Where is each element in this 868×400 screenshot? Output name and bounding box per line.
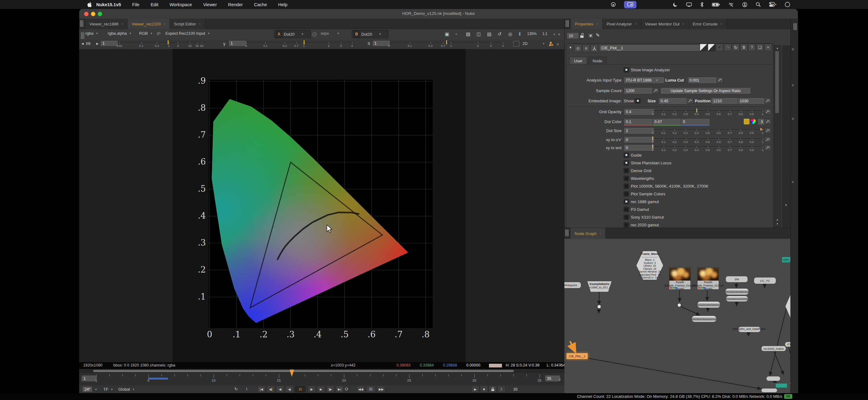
pane-grip[interactable]: [566, 20, 569, 27]
lock-range-button[interactable]: [489, 386, 497, 393]
sticky-note-fragment[interactable]: [785, 292, 790, 321]
step-forward-button-2[interactable]: |▶: [326, 386, 334, 393]
info-bar-caret[interactable]: ▼: [559, 364, 562, 367]
a-buffer-group[interactable]: A Dot20▼: [274, 30, 311, 38]
tab-close-icon[interactable]: ×: [199, 22, 200, 26]
roi-icon[interactable]: ▫: [456, 31, 457, 37]
zoom-dropdown-caret[interactable]: ▼: [553, 33, 556, 36]
play-flipbook-button[interactable]: ▶: [471, 386, 479, 393]
edit-node-names-icon[interactable]: ✎: [596, 32, 600, 38]
tab-close-icon[interactable]: ×: [634, 22, 637, 26]
input-process-toggle[interactable]: IP: [157, 31, 160, 36]
step-back-button-3[interactable]: ◀: [285, 386, 293, 393]
gutter-caret[interactable]: ▼: [784, 203, 787, 207]
clipping-warning-icon[interactable]: ◫: [476, 31, 481, 37]
control-center-icon[interactable]: [769, 2, 776, 7]
screen-mirroring-icon[interactable]: [624, 1, 637, 8]
tab-pixel-analyzer[interactable]: Pixel Analyzer×: [602, 19, 641, 29]
exposure-slider[interactable]: 0.010.10.313103064: [117, 41, 207, 49]
menu-item-edit[interactable]: Edit: [151, 2, 158, 7]
tab-error-console[interactable]: Error Console×: [688, 19, 727, 29]
wipe-center-button[interactable]: [312, 32, 317, 37]
tab-properties[interactable]: Properties×: [571, 19, 602, 29]
step-back-button-0[interactable]: |◀: [257, 386, 266, 393]
menu-item-workspace[interactable]: Workspace: [169, 2, 192, 7]
wipe-mode-dropdown[interactable]: wipe▼: [321, 31, 340, 36]
tab-close-icon[interactable]: ×: [596, 22, 598, 26]
checkbox-sony-x310-gamut[interactable]: [624, 214, 629, 220]
dot-node[interactable]: [677, 303, 681, 307]
selection-box-icon[interactable]: [513, 41, 519, 46]
battery-icon[interactable]: [712, 2, 720, 7]
tab-close-icon[interactable]: ×: [164, 22, 165, 26]
tab-script-editor[interactable]: Script Editor×: [170, 19, 205, 29]
pill-node[interactable]: [761, 388, 777, 393]
user-presence-icon[interactable]: [548, 41, 554, 46]
tf-dropdown[interactable]: TF▼: [103, 387, 113, 392]
step-forward-button-3[interactable]: ▶|: [336, 386, 344, 393]
tab-node-graph[interactable]: Node Graph×: [570, 228, 606, 239]
window-title-bar[interactable]: HDR_Demo_v125.nk [modified] - Nuke: [79, 9, 798, 19]
gutter-chevron-1[interactable]: »: [791, 48, 796, 50]
slider-handle[interactable]: [168, 40, 168, 44]
gutter-chevron-4[interactable]: »: [791, 181, 796, 182]
metal-node-ociocolorspace2[interactable]: OCIOColorSpace2: [697, 301, 720, 308]
view-mode-dropdown[interactable]: 2D▼: [523, 41, 545, 46]
metal-node-ociocolorspace1[interactable]: OCIOColorSpace1: [725, 288, 749, 295]
saturation-slider[interactable]: 00.10.40.71234: [389, 41, 503, 49]
timeline-scrollbar[interactable]: [79, 369, 564, 373]
timeline-ruler[interactable]: 1 1510152025303516 35 »: [79, 373, 564, 385]
siri-icon[interactable]: [784, 2, 790, 7]
step-back-button-1[interactable]: ◀|: [267, 386, 275, 393]
pill-node-d-whitepoint[interactable]: d_Whitepoint: [564, 282, 581, 288]
checkbox-show-planckian-locus[interactable]: ✖: [624, 160, 629, 166]
pane-grip[interactable]: [80, 20, 84, 27]
stop-button[interactable]: ■: [480, 386, 488, 393]
step-forward-button-0[interactable]: ▶: [308, 386, 316, 393]
pill-node-sm[interactable]: SM: [725, 276, 748, 282]
pause-icon[interactable]: ‖: [519, 31, 521, 37]
step-forward-button-1[interactable]: ▶: [317, 386, 325, 393]
gamma-slider[interactable]: 00.10.40.71234: [246, 41, 352, 49]
pixel-aspect[interactable]: 1:1: [542, 32, 548, 36]
tab-close-icon[interactable]: ×: [682, 22, 684, 26]
apple-menu-icon[interactable]: [87, 2, 92, 7]
display-channels-dropdown[interactable]: RGB▼: [139, 31, 153, 36]
chip-node-hdr-[interactable]: HDR_: [782, 257, 790, 263]
step-back-button-2[interactable]: ◀: [276, 386, 284, 393]
frame-display-icon[interactable]: ▣: [445, 31, 449, 37]
tab-close-icon[interactable]: ×: [121, 22, 123, 26]
skip-back-button[interactable]: ◀◀: [357, 386, 365, 393]
checkbox-plot-10000k-5600k-4100k-3200k-2700k[interactable]: [624, 184, 629, 189]
range-mode-dropdown[interactable]: Global▼: [118, 387, 135, 392]
max-panels-field[interactable]: 10: [566, 33, 579, 39]
b-buffer-group[interactable]: B Dot20▼: [352, 30, 389, 38]
pill-node-cc-tc[interactable]: CC_TC: [754, 277, 776, 284]
spotlight-icon[interactable]: [755, 2, 761, 7]
skip-forward-button[interactable]: ▶▶: [377, 386, 385, 393]
collapse-timeline-icon[interactable]: »: [558, 378, 562, 380]
gamma-field[interactable]: 1: [228, 40, 247, 46]
slider-handle[interactable]: [446, 40, 447, 44]
zoom-level[interactable]: 135%: [527, 32, 537, 36]
wifi-off-icon[interactable]: [728, 2, 734, 7]
metal-node-primariesswitch1[interactable]: PrimariesSwitch1: [726, 296, 748, 302]
matrix-node[interactable]: ExampleMatrixrec1886_to_DCI_P3: [587, 281, 612, 292]
display-icon[interactable]: [686, 2, 692, 7]
checkbox-guide[interactable]: ✖: [624, 153, 629, 158]
set-out-button[interactable]: O: [345, 387, 348, 391]
menu-item-cache[interactable]: Cache: [254, 2, 267, 7]
pane-grip[interactable]: [565, 229, 569, 236]
do-not-disturb-icon[interactable]: [673, 2, 678, 7]
bluetooth-icon[interactable]: [700, 2, 704, 7]
clear-panels-icon[interactable]: ✖: [588, 33, 594, 38]
checkbox-wavelengths[interactable]: [624, 176, 629, 181]
set-in-button[interactable]: I: [246, 387, 247, 391]
selected-node-cie-plot-1[interactable]: CIE_Plot__1: [566, 353, 588, 359]
menu-item-help[interactable]: Help: [278, 2, 287, 7]
playback-mode-button[interactable]: ↻: [235, 387, 238, 391]
record-icon[interactable]: [611, 2, 616, 7]
checkbox-rec-2020-gamut[interactable]: [624, 222, 629, 228]
scroll-arrows[interactable]: ▲▼: [774, 218, 780, 226]
slider-handle[interactable]: [304, 40, 305, 44]
